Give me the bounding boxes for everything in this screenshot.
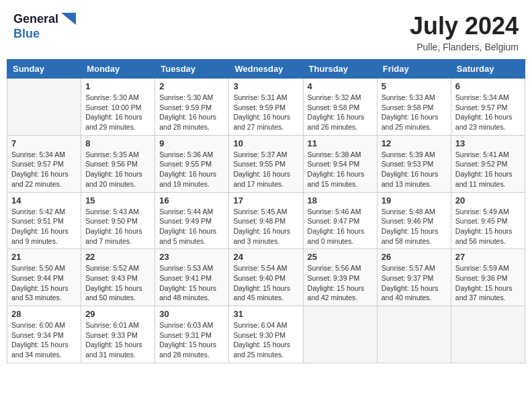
day-info: Sunrise: 5:31 AM Sunset: 9:59 PM Dayligh… (233, 93, 298, 132)
table-row: 7Sunrise: 5:34 AM Sunset: 9:57 PM Daylig… (7, 135, 81, 192)
day-info: Sunrise: 6:03 AM Sunset: 9:31 PM Dayligh… (159, 320, 224, 360)
day-info: Sunrise: 5:30 AM Sunset: 9:59 PM Dayligh… (159, 93, 224, 132)
col-monday: Monday (81, 60, 155, 79)
table-row: 19Sunrise: 5:48 AM Sunset: 9:46 PM Dayli… (377, 192, 451, 249)
day-number: 16 (159, 195, 224, 205)
day-number: 28 (11, 309, 77, 319)
day-number: 24 (233, 252, 298, 262)
day-info: Sunrise: 5:39 AM Sunset: 9:53 PM Dayligh… (382, 150, 447, 189)
day-number: 23 (159, 252, 224, 262)
table-row: 3Sunrise: 5:31 AM Sunset: 9:59 PM Daylig… (229, 79, 303, 136)
day-info: Sunrise: 5:52 AM Sunset: 9:43 PM Dayligh… (85, 263, 150, 303)
calendar-week-3: 14Sunrise: 5:42 AM Sunset: 9:51 PM Dayli… (7, 192, 525, 249)
day-info: Sunrise: 5:48 AM Sunset: 9:46 PM Dayligh… (382, 207, 447, 246)
table-row (377, 306, 451, 363)
day-info: Sunrise: 5:42 AM Sunset: 9:51 PM Dayligh… (11, 207, 77, 246)
day-number: 10 (233, 138, 298, 148)
day-number: 21 (11, 252, 77, 262)
logo: General Blue (13, 12, 76, 41)
table-row: 17Sunrise: 5:45 AM Sunset: 9:48 PM Dayli… (229, 192, 303, 249)
table-row: 29Sunrise: 6:01 AM Sunset: 9:33 PM Dayli… (81, 306, 155, 363)
day-number: 3 (233, 81, 298, 91)
calendar-week-5: 28Sunrise: 6:00 AM Sunset: 9:34 PM Dayli… (7, 306, 525, 363)
day-info: Sunrise: 5:33 AM Sunset: 9:58 PM Dayligh… (382, 93, 447, 132)
table-row: 30Sunrise: 6:03 AM Sunset: 9:31 PM Dayli… (155, 306, 229, 363)
table-row: 20Sunrise: 5:49 AM Sunset: 9:45 PM Dayli… (451, 192, 525, 249)
table-row: 31Sunrise: 6:04 AM Sunset: 9:30 PM Dayli… (229, 306, 303, 363)
day-number: 27 (455, 252, 521, 262)
day-info: Sunrise: 5:41 AM Sunset: 9:52 PM Dayligh… (455, 150, 521, 189)
day-info: Sunrise: 5:37 AM Sunset: 9:55 PM Dayligh… (233, 150, 298, 189)
col-thursday: Thursday (303, 60, 377, 79)
month-title: July 2024 (410, 12, 519, 40)
day-number: 17 (233, 195, 298, 205)
day-number: 5 (382, 81, 447, 91)
day-number: 13 (455, 138, 521, 148)
day-number: 19 (382, 195, 447, 205)
day-number: 8 (85, 138, 150, 148)
table-row: 9Sunrise: 5:36 AM Sunset: 9:55 PM Daylig… (155, 135, 229, 192)
day-info: Sunrise: 5:35 AM Sunset: 9:56 PM Dayligh… (85, 150, 150, 189)
col-saturday: Saturday (451, 60, 525, 79)
day-info: Sunrise: 5:30 AM Sunset: 10:00 PM Daylig… (85, 93, 150, 132)
day-number: 7 (11, 138, 77, 148)
table-row: 10Sunrise: 5:37 AM Sunset: 9:55 PM Dayli… (229, 135, 303, 192)
table-row: 22Sunrise: 5:52 AM Sunset: 9:43 PM Dayli… (81, 249, 155, 306)
day-info: Sunrise: 6:04 AM Sunset: 9:30 PM Dayligh… (233, 320, 298, 360)
table-row (7, 79, 81, 136)
day-number: 14 (11, 195, 77, 205)
table-row: 28Sunrise: 6:00 AM Sunset: 9:34 PM Dayli… (7, 306, 81, 363)
day-number: 25 (308, 252, 373, 262)
table-row: 18Sunrise: 5:46 AM Sunset: 9:47 PM Dayli… (303, 192, 377, 249)
table-row: 23Sunrise: 5:53 AM Sunset: 9:41 PM Dayli… (155, 249, 229, 306)
day-number: 9 (159, 138, 224, 148)
table-row: 27Sunrise: 5:59 AM Sunset: 9:36 PM Dayli… (451, 249, 525, 306)
day-info: Sunrise: 5:46 AM Sunset: 9:47 PM Dayligh… (308, 207, 373, 246)
day-info: Sunrise: 5:56 AM Sunset: 9:39 PM Dayligh… (308, 263, 373, 303)
day-info: Sunrise: 6:00 AM Sunset: 9:34 PM Dayligh… (11, 320, 77, 360)
day-info: Sunrise: 5:43 AM Sunset: 9:50 PM Dayligh… (85, 207, 150, 246)
table-row: 2Sunrise: 5:30 AM Sunset: 9:59 PM Daylig… (155, 79, 229, 136)
day-info: Sunrise: 5:36 AM Sunset: 9:55 PM Dayligh… (159, 150, 224, 189)
day-number: 12 (382, 138, 447, 148)
day-info: Sunrise: 5:53 AM Sunset: 9:41 PM Dayligh… (159, 263, 224, 303)
day-info: Sunrise: 5:59 AM Sunset: 9:36 PM Dayligh… (455, 263, 521, 303)
day-number: 1 (85, 81, 150, 91)
calendar-week-2: 7Sunrise: 5:34 AM Sunset: 9:57 PM Daylig… (7, 135, 525, 192)
day-info: Sunrise: 5:34 AM Sunset: 9:57 PM Dayligh… (455, 93, 521, 132)
day-number: 26 (382, 252, 447, 262)
col-sunday: Sunday (7, 60, 81, 79)
day-info: Sunrise: 5:32 AM Sunset: 9:58 PM Dayligh… (308, 93, 373, 132)
day-info: Sunrise: 6:01 AM Sunset: 9:33 PM Dayligh… (85, 320, 150, 360)
table-row: 11Sunrise: 5:38 AM Sunset: 9:54 PM Dayli… (303, 135, 377, 192)
table-row (303, 306, 377, 363)
day-info: Sunrise: 5:44 AM Sunset: 9:49 PM Dayligh… (159, 207, 224, 246)
day-info: Sunrise: 5:50 AM Sunset: 9:44 PM Dayligh… (11, 263, 77, 303)
title-block: July 2024 Pulle, Flanders, Belgium (410, 12, 519, 52)
day-info: Sunrise: 5:49 AM Sunset: 9:45 PM Dayligh… (455, 207, 521, 246)
day-number: 15 (85, 195, 150, 205)
table-row: 26Sunrise: 5:57 AM Sunset: 9:37 PM Dayli… (377, 249, 451, 306)
table-row: 4Sunrise: 5:32 AM Sunset: 9:58 PM Daylig… (303, 79, 377, 136)
table-row: 6Sunrise: 5:34 AM Sunset: 9:57 PM Daylig… (451, 79, 525, 136)
calendar-week-1: 1Sunrise: 5:30 AM Sunset: 10:00 PM Dayli… (7, 79, 525, 136)
table-row: 14Sunrise: 5:42 AM Sunset: 9:51 PM Dayli… (7, 192, 81, 249)
page-header: General Blue July 2024 Pulle, Flanders, … (7, 7, 525, 56)
day-info: Sunrise: 5:34 AM Sunset: 9:57 PM Dayligh… (11, 150, 77, 189)
day-number: 31 (233, 309, 298, 319)
day-number: 11 (308, 138, 373, 148)
day-number: 20 (455, 195, 521, 205)
day-number: 22 (85, 252, 150, 262)
day-number: 30 (159, 309, 224, 319)
day-number: 29 (85, 309, 150, 319)
col-friday: Friday (377, 60, 451, 79)
table-row: 21Sunrise: 5:50 AM Sunset: 9:44 PM Dayli… (7, 249, 81, 306)
col-wednesday: Wednesday (229, 60, 303, 79)
table-row: 15Sunrise: 5:43 AM Sunset: 9:50 PM Dayli… (81, 192, 155, 249)
day-number: 2 (159, 81, 224, 91)
table-row: 8Sunrise: 5:35 AM Sunset: 9:56 PM Daylig… (81, 135, 155, 192)
table-row: 1Sunrise: 5:30 AM Sunset: 10:00 PM Dayli… (81, 79, 155, 136)
day-number: 6 (455, 81, 521, 91)
day-info: Sunrise: 5:45 AM Sunset: 9:48 PM Dayligh… (233, 207, 298, 246)
table-row: 25Sunrise: 5:56 AM Sunset: 9:39 PM Dayli… (303, 249, 377, 306)
